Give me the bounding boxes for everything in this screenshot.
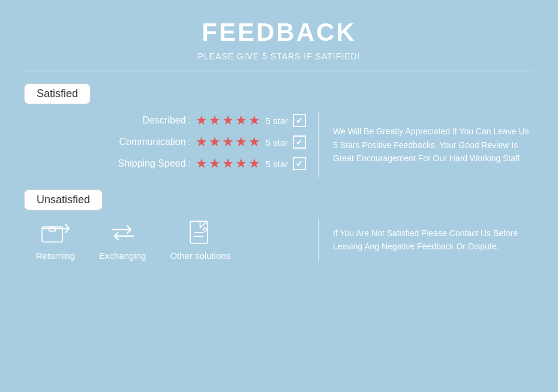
star-icon: ★ [222, 134, 234, 150]
rating-label: Described : [95, 115, 191, 126]
star-icon: ★ [248, 113, 260, 128]
rating-label: Communication : [95, 137, 191, 147]
satisfied-description: We Will Be Greatly Appreciated If You Ca… [333, 125, 534, 165]
star-count: 5 star [265, 116, 288, 126]
option-label: Returning [36, 251, 75, 261]
star-group: ★★★★★ [196, 113, 260, 128]
satisfied-section: Satisfied Described :★★★★★5 star✔Communi… [24, 83, 534, 183]
document-icon [184, 219, 217, 246]
star-icon: ★ [222, 156, 234, 171]
checkbox-icon[interactable]: ✔ [293, 114, 306, 127]
star-count: 5 star [265, 159, 288, 169]
page-subtitle: PLEASE GIVE 5 STARS IF SATIFIED! [197, 52, 360, 61]
options-left: Returning Exchanging Other solutions [24, 219, 318, 261]
satisfied-badge: Satisfied [24, 83, 91, 104]
star-icon: ★ [235, 134, 247, 150]
unsatisfied-badge: Unsatisfied [24, 189, 103, 210]
ratings-right: We Will Be Greatly Appreciated If You Ca… [318, 113, 534, 177]
rating-label: Shipping Speed : [95, 158, 191, 169]
rating-row: Communication :★★★★★5 star✔ [24, 134, 306, 150]
star-group: ★★★★★ [196, 156, 260, 171]
star-count: 5 star [265, 137, 288, 147]
page-title: FEEDBACK [202, 18, 356, 47]
checkbox-icon[interactable]: ✔ [293, 135, 306, 149]
star-icon: ★ [209, 113, 221, 128]
return-icon [39, 219, 72, 246]
star-icon: ★ [248, 156, 260, 171]
star-icon: ★ [196, 113, 208, 128]
option-item[interactable]: Other solutions [170, 219, 230, 261]
option-item[interactable]: Exchanging [99, 219, 146, 261]
star-icon: ★ [222, 113, 234, 128]
unsatisfied-description: If You Are Not Satisfied Please Contact … [333, 227, 534, 254]
rating-row: Shipping Speed :★★★★★5 star✔ [24, 156, 306, 171]
content-area: Satisfied Described :★★★★★5 star✔Communi… [24, 83, 534, 261]
unsatisfied-section: Unsatisfied Returning Exchanging Other s… [24, 189, 534, 261]
ratings-section: Described :★★★★★5 star✔Communication :★★… [24, 113, 534, 177]
ratings-left: Described :★★★★★5 star✔Communication :★★… [24, 113, 318, 177]
star-icon: ★ [248, 134, 260, 150]
star-icon: ★ [196, 156, 208, 171]
star-icon: ★ [209, 156, 221, 171]
star-group: ★★★★★ [196, 134, 260, 150]
options-right: If You Are Not Satisfied Please Contact … [318, 219, 534, 261]
page: FEEDBACK PLEASE GIVE 5 STARS IF SATIFIED… [0, 0, 558, 392]
checkbox-icon[interactable]: ✔ [293, 157, 306, 170]
header-divider [24, 71, 534, 71]
star-icon: ★ [235, 113, 247, 128]
option-label: Exchanging [99, 251, 146, 261]
exchange-icon [106, 219, 139, 246]
option-label: Other solutions [170, 251, 230, 261]
options-area: Returning Exchanging Other solutions If … [24, 219, 534, 261]
star-icon: ★ [235, 156, 247, 171]
option-item[interactable]: Returning [36, 219, 75, 261]
star-icon: ★ [196, 134, 208, 150]
star-icon: ★ [209, 134, 221, 150]
rating-row: Described :★★★★★5 star✔ [24, 113, 306, 128]
